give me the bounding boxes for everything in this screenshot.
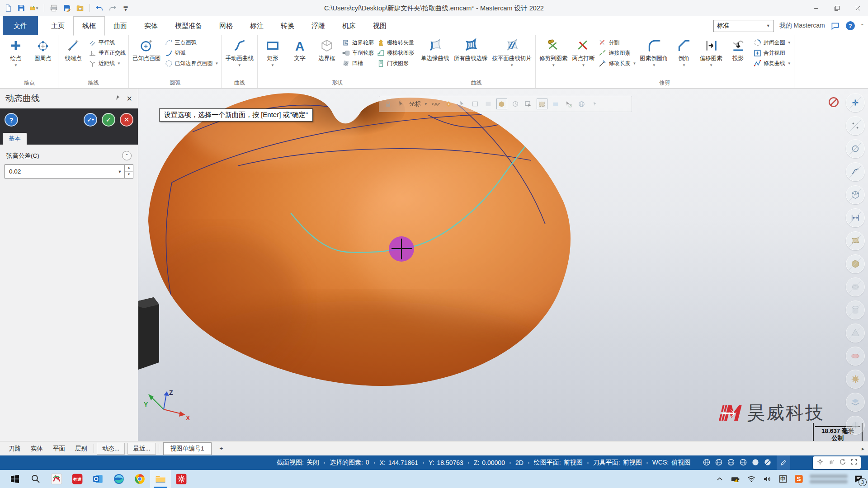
chevron-down-icon[interactable]: ▼ xyxy=(709,63,713,67)
chord-tolerance-input[interactable]: 0.02 ▼ ▲▼ xyxy=(5,164,133,178)
circle-mask-icon[interactable] xyxy=(846,139,865,158)
button-按平面曲线切片[interactable]: 按平面曲线切片▼ xyxy=(490,36,534,67)
tray-wifi[interactable] xyxy=(746,474,756,484)
tab-线框[interactable]: 线框 xyxy=(73,16,105,36)
button-已知点画圆[interactable]: 已知点画圆 xyxy=(130,36,163,62)
chevron-down-icon[interactable]: ▼ xyxy=(271,63,274,67)
panel-tab-实体[interactable]: 实体 xyxy=(26,443,48,454)
button-连接图素[interactable]: 连接图素 xyxy=(598,49,636,57)
taskbar-mastercam-launcher[interactable] xyxy=(171,470,192,488)
point-mask-icon[interactable] xyxy=(846,93,865,112)
button-文字[interactable]: A 文字 xyxy=(286,36,313,62)
panel-tab-动态...[interactable]: 动态... xyxy=(97,443,125,455)
view-nav-pad[interactable] xyxy=(813,456,861,469)
feedback-icon[interactable] xyxy=(830,21,840,31)
select-window-icon[interactable] xyxy=(470,99,480,109)
button-图素倒圆角[interactable]: 图素倒圆角▼ xyxy=(637,36,670,67)
select-last-icon[interactable] xyxy=(510,99,520,109)
gear-mask-icon[interactable] xyxy=(846,370,865,389)
taskbar-mastercam[interactable] xyxy=(46,470,67,488)
globe-icon[interactable] xyxy=(702,458,711,468)
button-偏移图素[interactable]: 偏移图素▼ xyxy=(698,36,725,67)
button-栅格转矢量[interactable]: 栅格转矢量 xyxy=(377,38,414,47)
save-as-icon[interactable] xyxy=(62,4,71,13)
button-所有曲线边缘[interactable]: 所有曲线边缘 xyxy=(451,36,490,62)
chevron-down-icon[interactable]: ▼ xyxy=(424,102,428,106)
sphere-mask-icon[interactable] xyxy=(846,277,865,296)
select-box-icon[interactable] xyxy=(524,99,533,109)
status-X:[interactable]: X:144.71861 xyxy=(380,459,418,466)
new-file-icon[interactable] xyxy=(4,4,13,13)
collapse-section-icon[interactable]: ⌃ xyxy=(122,151,132,160)
button-修复曲线[interactable]: 修复曲线▼ xyxy=(753,59,791,68)
taskbar-outlook[interactable] xyxy=(88,470,108,488)
cylinder-mask-icon[interactable] xyxy=(846,300,865,319)
tab-转换[interactable]: 转换 xyxy=(272,16,303,35)
disc-mask-icon[interactable] xyxy=(846,347,865,366)
maximize-icon[interactable] xyxy=(826,0,847,16)
tab-网格[interactable]: 网格 xyxy=(211,16,241,35)
globe-icon[interactable] xyxy=(714,458,723,468)
locate-icon[interactable] xyxy=(816,458,824,467)
button-凹槽[interactable]: 凹槽 xyxy=(342,59,374,68)
status-绘图平面:[interactable]: 绘图平面:前视图 xyxy=(534,459,583,467)
half-mask-icon[interactable] xyxy=(846,416,865,435)
tray-chevron-up[interactable] xyxy=(715,474,725,484)
button-封闭全圆[interactable]: 封闭全圆▼ xyxy=(753,38,791,47)
taskbar-search[interactable] xyxy=(25,470,46,488)
button-近距线[interactable]: 近距线▼ xyxy=(88,59,126,68)
button-倒角[interactable]: 倒角▼ xyxy=(670,36,698,67)
button-平行线[interactable]: 平行线 xyxy=(88,38,126,47)
chevron-down-icon[interactable]: ▼ xyxy=(788,41,791,45)
panel-tab-刀路[interactable]: 刀路 xyxy=(4,443,26,454)
rotate-icon[interactable] xyxy=(839,458,846,467)
chevron-down-icon[interactable]: ▼ xyxy=(682,63,686,67)
button-单边缘曲线[interactable]: 单边缘曲线 xyxy=(419,36,452,62)
pan-hand-icon[interactable] xyxy=(828,458,835,467)
tab-曲面[interactable]: 曲面 xyxy=(105,16,136,35)
zoom-fit-icon[interactable] xyxy=(850,458,858,467)
globe-slash-icon[interactable] xyxy=(763,458,772,468)
chevron-down-icon[interactable]: ▼ xyxy=(117,61,121,66)
button-两点打断[interactable]: 两点打断▼ xyxy=(570,36,597,67)
chevron-down-icon[interactable]: ▼ xyxy=(238,63,241,67)
chevron-down-icon[interactable]: ▼ xyxy=(652,63,656,67)
points-all-icon[interactable] xyxy=(846,116,865,135)
cursor-icon[interactable] xyxy=(396,99,406,109)
tab-实体[interactable]: 实体 xyxy=(136,16,166,35)
button-手动画曲线[interactable]: 手动画曲线▼ xyxy=(223,36,256,67)
layers-mask-icon[interactable] xyxy=(846,393,865,412)
globe-icon[interactable] xyxy=(739,458,748,468)
sheet-scroll-icon[interactable]: ▸ xyxy=(862,446,864,452)
pin-icon[interactable] xyxy=(113,94,120,103)
globe-icon[interactable] xyxy=(726,458,736,468)
tray-battery-warning[interactable] xyxy=(731,474,741,484)
tray-volume[interactable] xyxy=(762,474,772,484)
cube-mask-icon[interactable] xyxy=(846,185,865,204)
button-三点画弧[interactable]: 三点画弧 xyxy=(165,38,219,47)
my-mastercam-link[interactable]: 我的 Mastercam xyxy=(779,22,825,30)
taskbar-chrome[interactable] xyxy=(129,470,150,488)
taskbar-explorer[interactable] xyxy=(150,470,171,488)
button-分割[interactable]: 分割 xyxy=(598,38,636,47)
chevron-down-icon[interactable]: ▼ xyxy=(552,63,555,67)
select-arrow-icon[interactable] xyxy=(457,99,467,109)
style-combo[interactable]: 标准 ▼ xyxy=(713,20,774,32)
globe-icon[interactable] xyxy=(577,99,587,109)
tray-sogou[interactable]: S xyxy=(794,474,804,484)
solid-pick-icon[interactable] xyxy=(496,99,507,109)
ok-icon[interactable]: ✓ xyxy=(102,113,115,127)
file-manager-icon[interactable] xyxy=(75,4,85,13)
tab-机床[interactable]: 机床 xyxy=(334,16,364,35)
button-绘点[interactable]: 绘点▼ xyxy=(2,36,29,67)
cancel-icon[interactable]: ✕ xyxy=(120,113,133,127)
tab-视图[interactable]: 视图 xyxy=(364,16,395,35)
tab-文件[interactable]: 文件 xyxy=(3,16,38,35)
minimize-icon[interactable] xyxy=(806,0,826,16)
dashed-window-icon[interactable] xyxy=(537,99,547,109)
button-圆周点[interactable]: 圆周点 xyxy=(29,36,57,62)
taskbar-start[interactable] xyxy=(5,470,25,488)
taskbar-edge[interactable] xyxy=(108,470,129,488)
panel-tab-平面[interactable]: 平面 xyxy=(48,443,70,454)
tab-浮雕[interactable]: 浮雕 xyxy=(303,16,334,35)
